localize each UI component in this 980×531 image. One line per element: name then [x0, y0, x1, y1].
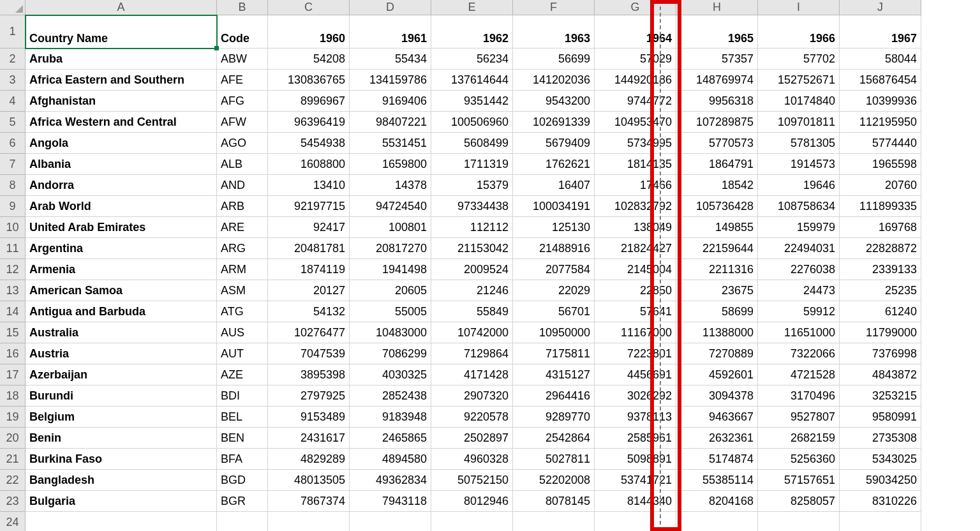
cell-J5[interactable]: 112195950: [840, 112, 921, 133]
cell-D11[interactable]: 20817270: [350, 238, 431, 259]
cell-J17[interactable]: 4843872: [840, 364, 921, 385]
cell-F8[interactable]: 16407: [513, 175, 595, 196]
cell-D19[interactable]: 9183948: [350, 407, 431, 428]
row-header-15[interactable]: 15: [0, 322, 26, 343]
cell-J20[interactable]: 2735308: [840, 428, 921, 449]
cell-F23[interactable]: 8078145: [513, 491, 595, 512]
cell-E7[interactable]: 1711319: [431, 154, 513, 175]
cell-C1[interactable]: 1960: [268, 15, 350, 49]
cell-H21[interactable]: 5174874: [676, 449, 758, 470]
cell-F16[interactable]: 7175811: [513, 343, 595, 364]
cell-D18[interactable]: 2852438: [350, 385, 431, 407]
cell-D3[interactable]: 134159786: [350, 70, 431, 91]
row-header-5[interactable]: 5: [0, 112, 26, 133]
cell-D1[interactable]: 1961: [350, 15, 431, 49]
cell-J10[interactable]: 169768: [840, 217, 921, 238]
cell-C9[interactable]: 92197715: [268, 196, 350, 217]
cell-E3[interactable]: 137614644: [431, 70, 513, 91]
cell-B3[interactable]: AFE: [217, 70, 268, 91]
cell-G12[interactable]: 2145004: [595, 259, 676, 280]
cell-B20[interactable]: BEN: [217, 428, 268, 449]
cell-B6[interactable]: AGO: [217, 133, 268, 154]
cell-E24[interactable]: [431, 512, 513, 531]
cell-I1[interactable]: 1966: [758, 15, 840, 49]
cell-C21[interactable]: 4829289: [268, 449, 350, 470]
cell-I14[interactable]: 59912: [758, 301, 840, 322]
cell-G20[interactable]: 2585961: [595, 428, 676, 449]
cell-I20[interactable]: 2682159: [758, 428, 840, 449]
cell-F9[interactable]: 100034191: [513, 196, 595, 217]
cell-J9[interactable]: 111899335: [840, 196, 921, 217]
cell-D8[interactable]: 14378: [350, 175, 431, 196]
cell-F21[interactable]: 5027811: [513, 449, 595, 470]
cell-D24[interactable]: [350, 512, 431, 531]
cell-G24[interactable]: [595, 512, 676, 531]
cell-A13[interactable]: American Samoa: [26, 280, 217, 301]
column-header-B[interactable]: B: [217, 0, 268, 15]
cell-J3[interactable]: 156876454: [840, 70, 921, 91]
row-header-14[interactable]: 14: [0, 301, 26, 322]
cell-A24[interactable]: [26, 512, 217, 531]
cell-G5[interactable]: 104953470: [595, 112, 676, 133]
cell-J21[interactable]: 5343025: [840, 449, 921, 470]
cell-G4[interactable]: 9744772: [595, 91, 676, 112]
cell-B4[interactable]: AFG: [217, 91, 268, 112]
cell-D17[interactable]: 4030325: [350, 364, 431, 385]
cell-I21[interactable]: 5256360: [758, 449, 840, 470]
row-header-12[interactable]: 12: [0, 259, 26, 280]
column-header-E[interactable]: E: [431, 0, 513, 15]
cell-F22[interactable]: 52202008: [513, 470, 595, 491]
cell-H19[interactable]: 9463667: [676, 407, 758, 428]
cell-B21[interactable]: BFA: [217, 449, 268, 470]
row-header-6[interactable]: 6: [0, 133, 26, 154]
cell-H22[interactable]: 55385114: [676, 470, 758, 491]
cell-A8[interactable]: Andorra: [26, 175, 217, 196]
cell-G17[interactable]: 4456691: [595, 364, 676, 385]
cell-C10[interactable]: 92417: [268, 217, 350, 238]
cell-F18[interactable]: 2964416: [513, 385, 595, 407]
cell-E10[interactable]: 112112: [431, 217, 513, 238]
cell-I16[interactable]: 7322066: [758, 343, 840, 364]
cell-J23[interactable]: 8310226: [840, 491, 921, 512]
cell-H18[interactable]: 3094378: [676, 385, 758, 407]
cell-F5[interactable]: 102691339: [513, 112, 595, 133]
cell-A14[interactable]: Antigua and Barbuda: [26, 301, 217, 322]
cell-I13[interactable]: 24473: [758, 280, 840, 301]
cell-G19[interactable]: 9378113: [595, 407, 676, 428]
cell-C8[interactable]: 13410: [268, 175, 350, 196]
cell-I2[interactable]: 57702: [758, 49, 840, 70]
cell-F13[interactable]: 22029: [513, 280, 595, 301]
cell-C12[interactable]: 1874119: [268, 259, 350, 280]
cell-C20[interactable]: 2431617: [268, 428, 350, 449]
cell-H7[interactable]: 1864791: [676, 154, 758, 175]
cell-A18[interactable]: Burundi: [26, 385, 217, 407]
cell-G18[interactable]: 3026292: [595, 385, 676, 407]
cell-J12[interactable]: 2339133: [840, 259, 921, 280]
cell-H9[interactable]: 105736428: [676, 196, 758, 217]
cell-H2[interactable]: 57357: [676, 49, 758, 70]
cell-C23[interactable]: 7867374: [268, 491, 350, 512]
select-all-corner[interactable]: [0, 0, 26, 15]
cell-C24[interactable]: [268, 512, 350, 531]
cell-J16[interactable]: 7376998: [840, 343, 921, 364]
cell-E23[interactable]: 8012946: [431, 491, 513, 512]
cell-A5[interactable]: Africa Western and Central: [26, 112, 217, 133]
cell-H4[interactable]: 9956318: [676, 91, 758, 112]
row-header-20[interactable]: 20: [0, 428, 26, 449]
cell-A10[interactable]: United Arab Emirates: [26, 217, 217, 238]
cell-G14[interactable]: 57641: [595, 301, 676, 322]
cell-D5[interactable]: 98407221: [350, 112, 431, 133]
cell-I9[interactable]: 108758634: [758, 196, 840, 217]
cell-H5[interactable]: 107289875: [676, 112, 758, 133]
cell-B12[interactable]: ARM: [217, 259, 268, 280]
row-header-1[interactable]: 1: [0, 15, 26, 49]
cell-B13[interactable]: ASM: [217, 280, 268, 301]
cell-G8[interactable]: 17466: [595, 175, 676, 196]
row-header-11[interactable]: 11: [0, 238, 26, 259]
cell-D6[interactable]: 5531451: [350, 133, 431, 154]
row-header-16[interactable]: 16: [0, 343, 26, 364]
cell-A21[interactable]: Burkina Faso: [26, 449, 217, 470]
cell-D12[interactable]: 1941498: [350, 259, 431, 280]
cell-D14[interactable]: 55005: [350, 301, 431, 322]
cell-I17[interactable]: 4721528: [758, 364, 840, 385]
